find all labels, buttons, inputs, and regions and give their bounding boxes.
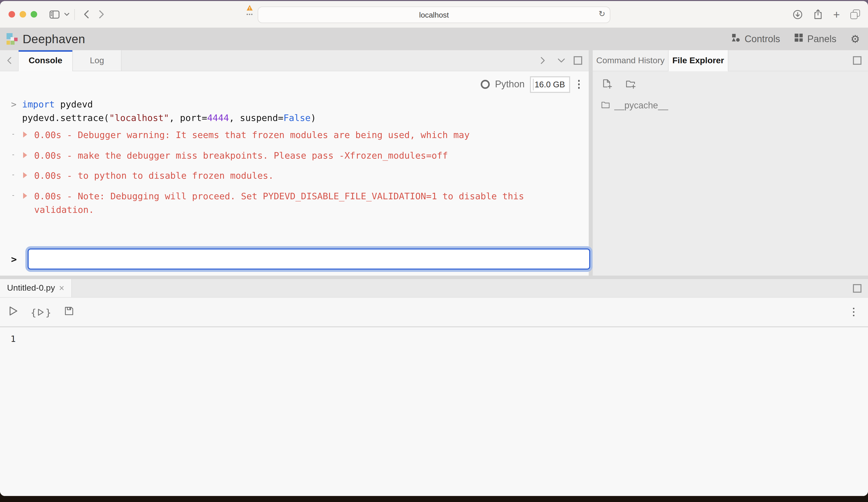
panels-grid-icon [794, 33, 803, 45]
tab-scroll-right-icon[interactable] [537, 57, 548, 64]
tab-overview-icon[interactable] [850, 10, 860, 19]
log-entry: - 0.00s - make the debugger miss breakpo… [0, 148, 579, 162]
new-file-icon[interactable] [601, 78, 613, 90]
tab-command-history[interactable]: Command History [593, 50, 669, 71]
more-items-icon[interactable]: ••• [246, 12, 253, 17]
line-number: 1 [0, 334, 868, 344]
log-expand-icon[interactable] [23, 192, 27, 199]
session-status: Python 16.0 GB [0, 77, 583, 92]
log-expand-icon[interactable] [23, 132, 27, 137]
file-tree-item[interactable]: __pycache__ [593, 101, 868, 111]
save-icon[interactable] [64, 306, 74, 318]
console-code-block: > import pydevd pydevd.settrace("localho… [0, 97, 579, 125]
deephaven-logo [7, 33, 18, 45]
editor-overflow-menu-icon[interactable] [850, 307, 857, 317]
panels-label: Panels [807, 33, 836, 44]
right-tab-row: Command History File Explorer [593, 50, 868, 71]
browser-window: ••• localhost ↻ + Deephaven [0, 1, 868, 496]
editor-content[interactable]: 1 [0, 327, 868, 496]
browser-toolbar-right: + [793, 9, 868, 20]
app-header-right: Controls Panels ⚙ [732, 33, 868, 45]
share-icon[interactable] [813, 9, 823, 20]
python-session-icon [481, 80, 490, 89]
horizontal-splitter[interactable] [0, 275, 868, 279]
url-text: localhost [419, 11, 449, 19]
tab-scroll-left-icon[interactable] [0, 50, 19, 71]
back-icon[interactable] [84, 10, 89, 19]
vertical-splitter[interactable] [589, 50, 593, 275]
folder-icon [601, 101, 610, 110]
workspace: Console Log [0, 50, 868, 496]
minimize-window-button[interactable] [20, 11, 26, 18]
extension-warning-icon[interactable] [247, 5, 253, 11]
controls-button[interactable]: Controls [732, 33, 781, 45]
file-explorer-toolbar [593, 71, 868, 90]
console-content: Python 16.0 GB > import pydevd pydevd.se… [0, 71, 589, 275]
console-code-line: pydevd.settrace("localhost", port=4444, … [22, 111, 579, 125]
sidebar-icon[interactable] [49, 10, 60, 19]
tab-untitled-0[interactable]: Untitled-0.py × [0, 279, 72, 297]
tab-file-explorer[interactable]: File Explorer [669, 50, 728, 71]
editor-tab-row: Untitled-0.py × [0, 279, 868, 298]
maximize-editor-icon[interactable] [853, 284, 861, 292]
settings-gear-icon[interactable]: ⚙ [850, 33, 860, 45]
console-code-line: import pydevd [22, 97, 579, 111]
console-overflow-menu-icon[interactable] [575, 79, 583, 90]
log-entry: - 0.00s - to python to disable frozen mo… [0, 169, 579, 182]
close-window-button[interactable] [9, 11, 15, 18]
log-expand-icon[interactable] [23, 152, 27, 158]
collapsed-toolbar-items[interactable]: ••• [246, 5, 253, 17]
maximize-console-icon[interactable] [574, 56, 582, 65]
forward-icon[interactable] [99, 10, 104, 19]
panels-button[interactable]: Panels [794, 33, 836, 45]
close-tab-icon[interactable]: × [59, 285, 64, 292]
memory-usage-button[interactable]: 16.0 GB [530, 76, 570, 93]
file-explorer-panel: Command History File Explorer [593, 50, 868, 275]
maximize-file-explorer-icon[interactable] [853, 56, 861, 65]
traffic-lights [0, 11, 37, 18]
prompt-chevron: > [11, 97, 17, 111]
session-language: Python [495, 79, 525, 90]
tab-log[interactable]: Log [73, 50, 122, 71]
upper-region: Console Log [0, 50, 868, 275]
console-input[interactable] [28, 249, 590, 270]
new-folder-icon[interactable] [625, 78, 637, 90]
console-panel: Console Log [0, 50, 589, 275]
tab-console[interactable]: Console [19, 50, 73, 71]
screen: ••• localhost ↻ + Deephaven [0, 0, 868, 502]
editor-toolbar: { } [0, 298, 868, 327]
console-input-row: > [0, 249, 589, 272]
input-prompt-chevron: > [11, 253, 17, 264]
run-selected-icon[interactable]: { } [31, 306, 51, 317]
log-expand-icon[interactable] [23, 172, 27, 178]
toolbar-divider [74, 9, 75, 20]
app-title: Deephaven [23, 32, 85, 46]
log-entry: - 0.00s - Note: Debugging will proceed. … [0, 189, 579, 216]
run-icon[interactable] [9, 306, 18, 318]
folder-name: __pycache__ [614, 101, 668, 111]
new-tab-icon[interactable]: + [833, 9, 840, 19]
chevron-down-icon[interactable] [64, 12, 69, 16]
controls-shapes-icon [732, 33, 741, 45]
reload-icon[interactable]: ↻ [599, 9, 605, 19]
tab-list-chevron-icon[interactable] [555, 58, 567, 63]
controls-label: Controls [745, 33, 781, 44]
console-output: > import pydevd pydevd.settrace("localho… [0, 97, 589, 216]
downloads-icon[interactable] [793, 9, 803, 19]
browser-toolbar: ••• localhost ↻ + [0, 1, 868, 28]
zoom-window-button[interactable] [31, 11, 37, 18]
log-entry: - 0.00s - Debugger warning: It seems tha… [0, 128, 579, 142]
address-bar[interactable]: localhost ↻ [258, 7, 610, 23]
console-tab-row: Console Log [0, 50, 589, 71]
app-header: Deephaven Controls Panels ⚙ [0, 28, 868, 50]
editor-panel: Untitled-0.py × { } [0, 279, 868, 496]
